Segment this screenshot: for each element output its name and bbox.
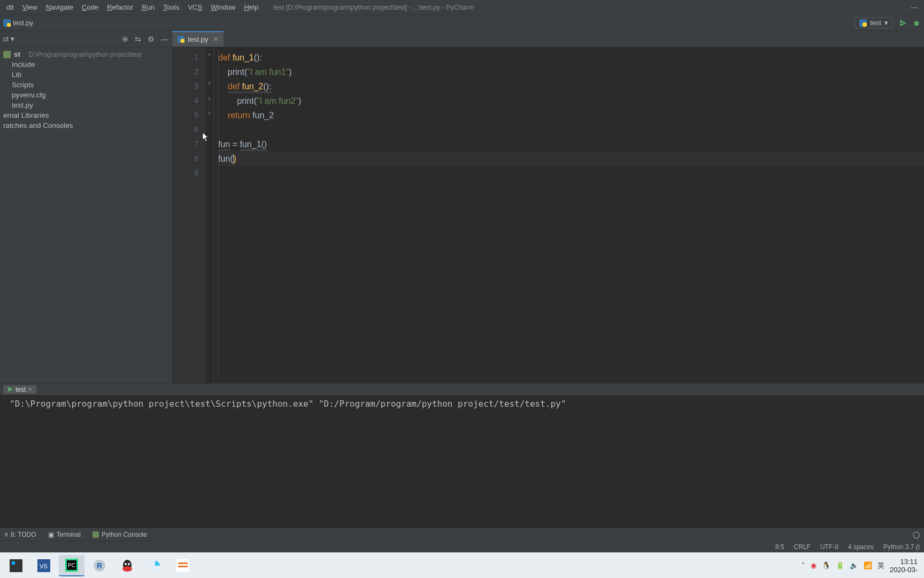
tray-icon[interactable]: ◉ — [811, 561, 817, 569]
tree-item[interactable]: Lib — [0, 70, 172, 80]
minimize-button[interactable]: — — [911, 3, 918, 11]
code-content[interactable]: def fun_1(): print("I am fun1") def fun_… — [214, 47, 924, 383]
svg-marker-10 — [8, 387, 13, 392]
menu-view[interactable]: View — [18, 0, 42, 15]
line-number-gutter[interactable]: 123456789 — [172, 47, 205, 383]
python-console-tool-button[interactable]: Python Console — [93, 531, 147, 538]
svg-rect-3 — [863, 22, 867, 27]
indent-status[interactable]: 4 spaces — [848, 543, 874, 551]
line-separator[interactable]: CRLF — [794, 543, 811, 551]
volume-icon[interactable]: 🔈 — [850, 561, 858, 569]
status-bar: 8:5 CRLF UTF-8 4 spaces Python 3.7 (t — [0, 541, 924, 552]
battery-icon[interactable]: 🔋 — [836, 561, 844, 569]
run-tool-window: test ✕ "D:\Program\program\python projec… — [0, 383, 924, 528]
external-libraries[interactable]: ernal Libraries — [0, 110, 172, 120]
menu-refactor[interactable]: Refactor — [103, 0, 137, 15]
gear-icon[interactable]: ⚙ — [148, 35, 155, 43]
windows-taskbar: VS PC R ˄ ◉ 🐧 🔋 🔈 📶 英 13:11 2020-03- — [0, 552, 924, 578]
svg-text:VS: VS — [40, 563, 48, 569]
terminal-tool-button[interactable]: ▣Terminal — [48, 531, 81, 538]
svg-point-24 — [128, 563, 130, 565]
editor-area: test.py ✕ 123456789 ▾▾▴▴ def fun_1(): pr… — [172, 31, 924, 383]
tree-root[interactable]: st D:\Program\program\python project\tes… — [0, 49, 172, 59]
menu-vcs[interactable]: VCS — [183, 0, 206, 15]
scratches-consoles[interactable]: ratches and Consoles — [0, 120, 172, 131]
navigation-bar: test.py test ▾ — [0, 15, 924, 31]
svg-rect-11 — [93, 531, 99, 538]
taskbar-app[interactable] — [142, 555, 168, 576]
run-icon — [7, 386, 13, 392]
taskbar-app[interactable] — [114, 555, 140, 576]
svg-point-4 — [914, 21, 919, 26]
run-tab-label: test — [16, 386, 26, 393]
menu-tools[interactable]: Tools — [159, 0, 183, 15]
system-tray: ˄ ◉ 🐧 🔋 🔈 📶 英 13:11 2020-03- — [802, 558, 921, 574]
close-tab-icon[interactable]: ✕ — [213, 36, 218, 43]
caret-position[interactable]: 8:5 — [775, 543, 784, 551]
python-file-icon — [178, 36, 184, 43]
svg-text:R: R — [97, 561, 102, 570]
code-editor[interactable]: 123456789 ▾▾▴▴ def fun_1(): print("I am … — [172, 47, 924, 383]
project-view-label[interactable]: ct ▾ — [3, 35, 14, 43]
run-config-name: test — [870, 19, 881, 27]
folder-icon — [3, 51, 11, 58]
breadcrumb-file[interactable]: test.py — [13, 19, 33, 27]
console-output[interactable]: "D:\Program\program\python project\test\… — [0, 396, 924, 528]
svg-rect-28 — [178, 566, 188, 567]
tray-icon[interactable]: 🐧 — [822, 561, 830, 569]
svg-rect-12 — [10, 559, 22, 572]
svg-point-23 — [125, 563, 127, 565]
menu-dit[interactable]: dit — [2, 0, 18, 15]
python-icon — [93, 531, 99, 538]
taskbar-app[interactable] — [3, 555, 29, 576]
tree-item[interactable]: Scripts — [0, 80, 172, 90]
chevron-down-icon: ▾ — [884, 19, 888, 27]
svg-rect-27 — [178, 562, 188, 564]
taskbar-clock[interactable]: 13:11 2020-03- — [890, 558, 918, 574]
svg-line-6 — [914, 22, 915, 22]
event-log-icon[interactable]: ◯ — [913, 531, 920, 538]
tray-chevron-icon[interactable]: ˄ — [802, 561, 805, 569]
locate-icon[interactable]: ⊕ — [122, 35, 128, 43]
taskbar-app[interactable] — [170, 555, 196, 576]
run-button[interactable] — [898, 19, 907, 27]
taskbar-app[interactable]: VS — [31, 555, 57, 576]
collapse-icon[interactable]: ⇆ — [135, 35, 141, 43]
tree-item[interactable]: Include — [0, 59, 172, 70]
editor-tab-bar: test.py ✕ — [172, 31, 924, 47]
svg-text:PC: PC — [68, 562, 75, 568]
svg-line-7 — [918, 22, 919, 22]
hide-icon[interactable]: — — [161, 35, 168, 43]
tool-window-bar: ≡6: TODO ▣Terminal Python Console ◯ — [0, 528, 924, 541]
run-config-dropdown[interactable]: test ▾ — [854, 17, 893, 28]
todo-tool-button[interactable]: ≡6: TODO — [4, 531, 36, 538]
tree-item[interactable]: pyvenv.cfg — [0, 90, 172, 100]
editor-tab[interactable]: test.py ✕ — [172, 31, 224, 47]
menu-bar: ditViewNavigateCodeRefactorRunToolsVCSWi… — [0, 0, 924, 15]
menu-help[interactable]: Help — [240, 0, 263, 15]
editor-tab-label: test.py — [188, 35, 208, 43]
python-icon — [859, 19, 867, 27]
svg-rect-1 — [7, 23, 11, 27]
close-icon[interactable]: ✕ — [28, 386, 32, 392]
interpreter-status[interactable]: Python 3.7 (t — [883, 543, 920, 551]
svg-rect-13 — [12, 561, 15, 565]
taskbar-app[interactable]: R — [87, 555, 112, 576]
svg-point-22 — [122, 566, 132, 572]
taskbar-app-pycharm[interactable]: PC — [59, 555, 84, 576]
menu-navigate[interactable]: Navigate — [42, 0, 78, 15]
project-tool-window: ct ▾ ⊕ ⇆ ⚙ — st D:\Program\program\pytho… — [0, 31, 172, 383]
run-tab[interactable]: test ✕ — [3, 385, 36, 394]
file-encoding[interactable]: UTF-8 — [820, 543, 838, 551]
project-tree[interactable]: st D:\Program\program\python project\tes… — [0, 47, 172, 133]
ime-indicator[interactable]: 英 — [877, 561, 884, 571]
python-file-icon — [3, 19, 11, 27]
wifi-icon[interactable]: 📶 — [864, 561, 872, 569]
debug-button[interactable] — [912, 19, 921, 27]
menu-window[interactable]: Window — [206, 0, 240, 15]
menu-run[interactable]: Run — [137, 0, 159, 15]
menu-code[interactable]: Code — [78, 0, 103, 15]
tree-item[interactable]: test.py — [0, 100, 172, 110]
window-title: test [D:\Program\program\python project\… — [273, 4, 474, 11]
fold-column[interactable]: ▾▾▴▴ — [205, 47, 214, 383]
